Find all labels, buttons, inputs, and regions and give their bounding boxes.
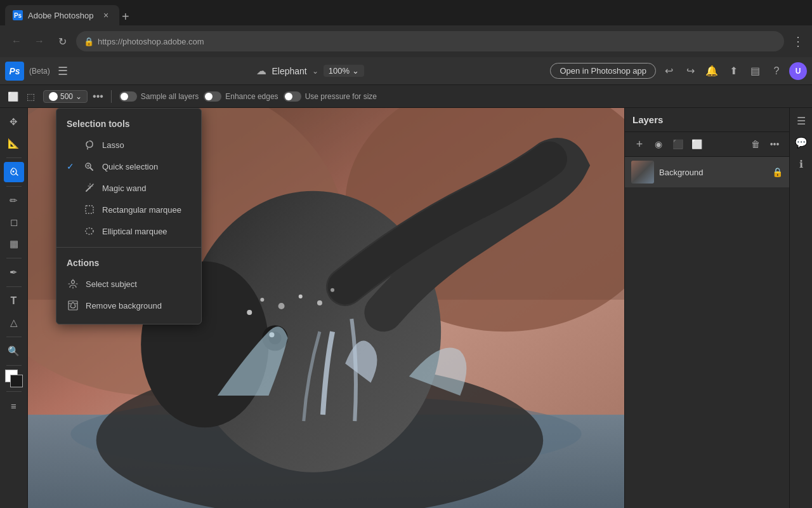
move-tool-btn[interactable]: ✥ <box>4 112 24 132</box>
new-tab-btn[interactable]: + <box>122 10 129 24</box>
export-btn[interactable]: ⬆ <box>724 62 742 80</box>
topbar-center: ☁ Elephant ⌄ 100% ⌄ <box>75 65 546 77</box>
user-avatar[interactable]: U <box>789 62 807 80</box>
gradient-tool-btn[interactable]: ▦ <box>4 234 24 254</box>
quick-selection-label: Quick selection <box>102 162 158 171</box>
delete-layer-btn[interactable]: 🗑 <box>747 136 764 152</box>
svg-point-21 <box>86 228 93 234</box>
browser-chrome: Ps Adobe Photoshop × + ← → ↻ 🔒 https://p… <box>0 0 812 57</box>
selection-tools-title: Selection tools <box>56 116 201 134</box>
layer-group-btn[interactable]: ⬜ <box>688 136 705 152</box>
ruler-tool-btn[interactable]: 📐 <box>4 133 24 154</box>
select-subject-menu-item[interactable]: Select subject <box>56 273 201 295</box>
open-in-photoshop-btn[interactable]: Open in Photoshop app <box>550 63 656 79</box>
layer-more-btn[interactable]: ••• <box>766 136 783 152</box>
divider-1 <box>111 90 112 103</box>
canvas-area[interactable]: Selection tools Lasso ✓ <box>28 108 624 508</box>
ellip-marquee-menu-item[interactable]: Elliptical marquee <box>56 220 201 242</box>
quick-selection-check: ✓ <box>67 161 77 171</box>
tab-title: Adobe Photoshop <box>28 11 95 20</box>
hamburger-menu-btn[interactable]: ☰ <box>55 64 70 78</box>
quick-selection-tool-btn[interactable] <box>4 162 24 182</box>
svg-point-18 <box>331 288 334 292</box>
refresh-btn[interactable]: ↻ <box>53 32 71 50</box>
layer-thumb-inner <box>631 161 654 184</box>
toolbar-separator-2 <box>6 186 22 187</box>
enhance-edges-group: Enhance edges <box>204 91 278 102</box>
comments-panel-icon[interactable]: 💬 <box>792 133 810 151</box>
remove-bg-label: Remove background <box>86 301 162 311</box>
svg-point-17 <box>317 300 322 305</box>
active-tab[interactable]: Ps Adobe Photoshop × <box>5 5 119 25</box>
undo-btn[interactable]: ↩ <box>660 62 678 80</box>
pressure-toggle[interactable] <box>284 91 301 102</box>
toolbar-separator-1 <box>6 157 22 158</box>
background-color[interactable] <box>10 375 23 387</box>
new-selection-icon[interactable]: ⬜ <box>5 89 20 104</box>
layer-mask-btn[interactable]: ⬛ <box>669 136 686 152</box>
tab-bar: Ps Adobe Photoshop × + <box>0 0 812 25</box>
brush-size-control[interactable]: 500 ⌄ <box>43 90 88 103</box>
rect-marquee-menu-item[interactable]: Rectangular marquee <box>56 199 201 220</box>
brush-size-value: 500 <box>60 92 73 101</box>
layers-panel: Layers + ◉ ⬛ ⬜ 🗑 ••• Background � <box>624 108 789 508</box>
pressure-group: Use pressure for size <box>284 91 377 102</box>
layer-lock-icon: 🔒 <box>772 167 783 177</box>
toolbar-separator-4 <box>6 286 22 287</box>
menu-separator <box>56 247 201 248</box>
toolbar-separator-3 <box>6 258 22 258</box>
back-btn[interactable]: ← <box>8 32 25 50</box>
pressure-label: Use pressure for size <box>305 92 377 101</box>
toolbar-separator-6 <box>6 365 22 366</box>
help-btn[interactable]: ? <box>768 62 785 80</box>
sample-all-toggle[interactable] <box>119 91 137 102</box>
pen-tool-btn[interactable]: ✒ <box>4 262 24 283</box>
remove-bg-menu-item[interactable]: Remove background <box>56 295 201 316</box>
shape-tool-btn[interactable]: △ <box>4 312 24 333</box>
brush-tool-btn[interactable]: ✏ <box>4 190 24 211</box>
browser-more-btn[interactable]: ⋮ <box>792 34 804 49</box>
select-subject-label: Select subject <box>86 279 137 289</box>
tool-options-bar: ⬜ ⬚ 500 ⌄ ••• Sample all layers Enhance … <box>0 85 812 108</box>
quick-selection-icon <box>83 160 96 173</box>
tab-close-btn[interactable]: × <box>100 10 112 21</box>
select-subject-icon <box>67 277 79 290</box>
library-btn[interactable]: ▤ <box>746 62 764 80</box>
address-bar[interactable]: 🔒 https://photoshop.adobe.com <box>76 31 784 51</box>
panel-header: Layers <box>625 108 789 132</box>
url-text: https://photoshop.adobe.com <box>98 37 204 46</box>
magic-wand-menu-item[interactable]: Magic wand <box>56 177 201 199</box>
rect-marquee-icon <box>83 203 96 216</box>
text-tool-btn[interactable]: T <box>4 291 24 311</box>
forward-btn[interactable]: → <box>30 32 48 50</box>
brush-options-btn[interactable]: ••• <box>93 91 103 102</box>
file-dropdown-arrow[interactable]: ⌄ <box>312 67 318 76</box>
brush-preview <box>49 92 58 101</box>
background-layer-item[interactable]: Background 🔒 <box>625 157 789 187</box>
toolbar-separator-5 <box>6 337 22 337</box>
add-selection-icon[interactable]: ⬚ <box>23 89 38 104</box>
app-topbar: Ps (Beta) ☰ ☁ Elephant ⌄ 100% ⌄ Open in … <box>0 57 812 85</box>
svg-point-0 <box>12 171 14 173</box>
magic-wand-label: Magic wand <box>102 184 146 193</box>
lasso-menu-item[interactable]: Lasso <box>56 134 201 156</box>
svg-point-16 <box>299 295 303 298</box>
add-layer-btn[interactable]: + <box>631 136 648 152</box>
layer-style-btn[interactable]: ◉ <box>650 136 667 152</box>
color-swatch[interactable] <box>5 370 23 387</box>
info-panel-icon[interactable]: ℹ <box>792 155 810 173</box>
sort-tool-btn[interactable]: ≡ <box>4 396 24 416</box>
selection-tools-dropdown: Selection tools Lasso ✓ <box>56 108 202 324</box>
layers-panel-icon[interactable]: ☰ <box>792 112 810 130</box>
quick-selection-menu-item[interactable]: ✓ Quick selection <box>56 156 201 177</box>
notifications-btn[interactable]: 🔔 <box>703 62 721 80</box>
toolbar-separator-7 <box>6 391 22 392</box>
eraser-tool-btn[interactable]: ◻ <box>4 212 24 232</box>
zoom-control[interactable]: 100% ⌄ <box>324 65 364 77</box>
redo-btn[interactable]: ↪ <box>681 62 699 80</box>
eyedropper-tool-btn[interactable]: 🔍 <box>4 341 24 361</box>
svg-point-14 <box>260 298 264 302</box>
enhance-edges-toggle[interactable] <box>204 91 221 102</box>
lock-icon: 🔒 <box>84 37 94 46</box>
svg-point-15 <box>278 303 285 309</box>
